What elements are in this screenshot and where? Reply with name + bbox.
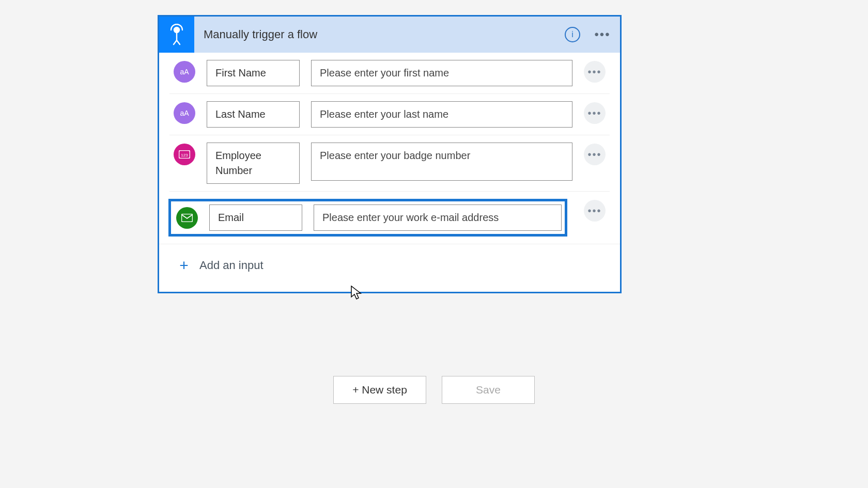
add-input-button[interactable]: + Add an input — [159, 244, 620, 287]
row-more-button[interactable]: ••• — [584, 102, 606, 124]
trigger-card: Manually trigger a flow i ••• aA First N… — [158, 15, 622, 293]
row-more-button[interactable]: ••• — [584, 200, 606, 222]
svg-text:123: 123 — [181, 153, 188, 158]
selected-row-highlight: Email Please enter your work e-mail addr… — [168, 199, 567, 237]
text-type-icon-label: aA — [180, 109, 189, 117]
number-type-icon: 123 — [174, 144, 195, 165]
input-desc-field[interactable]: Please enter your last name — [311, 101, 572, 128]
ellipsis-icon: ••• — [587, 66, 601, 78]
input-name-field[interactable]: Last Name — [207, 101, 300, 128]
info-button[interactable]: i — [562, 24, 583, 45]
email-icon — [181, 214, 193, 222]
email-type-icon — [176, 207, 198, 229]
input-row-first-name: aA First Name Please enter your first na… — [169, 53, 610, 94]
input-row-email: Email Please enter your work e-mail addr… — [169, 192, 610, 244]
text-type-icon: aA — [174, 102, 195, 124]
text-type-icon: aA — [174, 61, 195, 83]
input-name-field[interactable]: Email — [209, 204, 302, 231]
ellipsis-icon: ••• — [587, 107, 601, 119]
input-desc-field[interactable]: Please enter your badge number — [311, 143, 572, 181]
text-type-icon-label: aA — [180, 68, 189, 76]
save-button[interactable]: Save — [442, 376, 535, 404]
input-row-last-name: aA Last Name Please enter your last name… — [169, 94, 610, 135]
ellipsis-icon: ••• — [594, 27, 610, 42]
ellipsis-icon: ••• — [587, 205, 601, 217]
action-bar: + New step Save — [0, 376, 868, 404]
input-desc-field[interactable]: Please enter your work e-mail address — [314, 204, 562, 231]
input-name-field[interactable]: Employee Number — [207, 143, 300, 184]
new-step-button[interactable]: + New step — [333, 376, 426, 404]
card-more-button[interactable]: ••• — [592, 24, 613, 45]
trigger-title: Manually trigger a flow — [204, 28, 553, 41]
add-input-label: Add an input — [199, 259, 264, 272]
info-icon: i — [565, 27, 580, 42]
number-icon: 123 — [179, 150, 190, 159]
ellipsis-icon: ••• — [587, 149, 601, 161]
input-desc-field[interactable]: Please enter your first name — [311, 60, 572, 86]
svg-rect-3 — [182, 214, 193, 222]
svg-point-0 — [174, 27, 179, 33]
trigger-card-header[interactable]: Manually trigger a flow i ••• — [159, 17, 620, 53]
input-name-field[interactable]: First Name — [207, 60, 300, 86]
input-row-employee-number: 123 Employee Number Please enter your ba… — [169, 135, 610, 192]
row-more-button[interactable]: ••• — [584, 144, 606, 165]
row-more-button[interactable]: ••• — [584, 61, 606, 83]
trigger-icon — [159, 17, 194, 53]
trigger-card-body: aA First Name Please enter your first na… — [159, 53, 620, 292]
plus-icon: + — [178, 257, 190, 274]
